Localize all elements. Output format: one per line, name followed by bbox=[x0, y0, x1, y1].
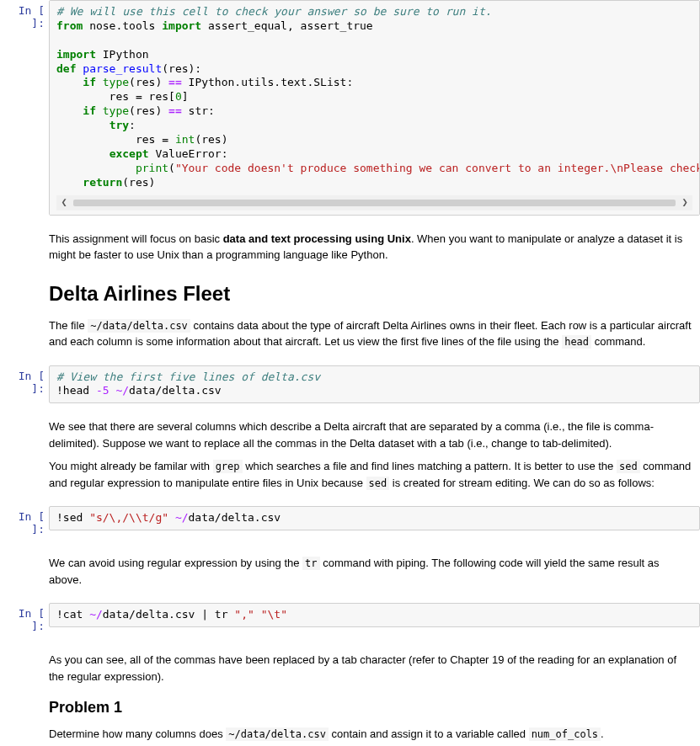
scroll-left-icon[interactable]: ❮ bbox=[56, 196, 72, 210]
markdown-body: We see that there are several columns wh… bbox=[49, 403, 700, 506]
empty-prompt bbox=[0, 540, 49, 603]
heading-delta: Delta Airlines Fleet bbox=[49, 279, 693, 309]
code-input[interactable]: !cat ~/data/delta.csv | tr "," "\t" bbox=[49, 603, 700, 627]
markdown-body: This assignment will focus on basic data… bbox=[49, 216, 700, 365]
path-code: ~/data/delta.csv bbox=[88, 319, 190, 333]
horizontal-scrollbar[interactable]: ❮❯ bbox=[56, 195, 692, 210]
input-prompt: In [ ]: bbox=[0, 0, 49, 216]
code-input[interactable]: # We will use this cell to check your an… bbox=[49, 0, 700, 216]
empty-prompt bbox=[0, 216, 49, 365]
code-cell: In [ ]: !sed "s/\,/\\t/g" ~/data/delta.c… bbox=[0, 506, 700, 540]
markdown-cell: As you can see, all of the commas have b… bbox=[0, 637, 700, 746]
jupyter-notebook: In [ ]: # We will use this cell to check… bbox=[0, 0, 700, 746]
code-cell: In [ ]: !cat ~/data/delta.csv | tr "," "… bbox=[0, 603, 700, 637]
markdown-cell: We can avoid using regular expression by… bbox=[0, 540, 700, 603]
code-cell: In [ ]: # View the first five lines of d… bbox=[0, 365, 700, 404]
code-input[interactable]: # View the first five lines of delta.csv… bbox=[49, 365, 700, 404]
input-prompt: In [ ]: bbox=[0, 365, 49, 404]
scroll-right-icon[interactable]: ❯ bbox=[677, 196, 692, 210]
input-prompt: In [ ]: bbox=[0, 506, 49, 540]
scrollbar-track[interactable] bbox=[73, 200, 676, 206]
heading-problem1: Problem 1 bbox=[49, 696, 693, 719]
code-cell: In [ ]: # We will use this cell to check… bbox=[0, 0, 700, 216]
empty-prompt bbox=[0, 403, 49, 506]
code-input[interactable]: !sed "s/\,/\\t/g" ~/data/delta.csv bbox=[49, 506, 700, 530]
markdown-body: As you can see, all of the commas have b… bbox=[49, 637, 700, 746]
markdown-cell: We see that there are several columns wh… bbox=[0, 403, 700, 506]
empty-prompt bbox=[0, 637, 49, 746]
markdown-body: We can avoid using regular expression by… bbox=[49, 540, 700, 603]
input-prompt: In [ ]: bbox=[0, 603, 49, 637]
markdown-cell: This assignment will focus on basic data… bbox=[0, 216, 700, 365]
